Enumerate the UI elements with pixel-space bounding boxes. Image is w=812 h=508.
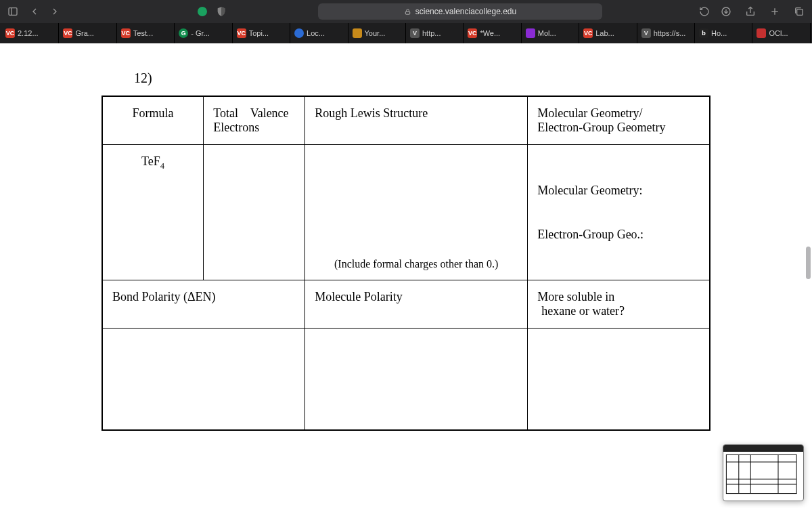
tab-label: Test... <box>133 29 153 37</box>
tab-favicon <box>757 28 766 38</box>
cell-molecule-polarity-blank <box>305 329 528 430</box>
new-tab-icon[interactable] <box>767 4 782 19</box>
cell-solubility-blank <box>528 329 710 430</box>
tab-favicon: VC <box>5 28 15 38</box>
browser-tab[interactable]: bHo... <box>695 23 752 43</box>
tab-favicon: VC <box>63 28 72 38</box>
lewis-note: (Include formal charges other than 0.) <box>315 258 518 270</box>
tab-favicon <box>294 28 304 38</box>
tab-label: Mol... <box>538 29 556 37</box>
header-lewis: Rough Lewis Structure <box>305 96 528 145</box>
grammarly-icon[interactable] <box>198 7 207 16</box>
tab-favicon: VC <box>468 28 477 38</box>
forward-button[interactable] <box>47 4 62 19</box>
molecular-geometry-label: Molecular Geometry: <box>537 184 700 198</box>
tab-favicon: VC <box>237 28 246 38</box>
tab-label: 2.12... <box>18 29 39 37</box>
document-viewport: 12) Formula Total Valence Electrons Roug… <box>0 43 812 508</box>
svg-rect-2 <box>405 12 409 14</box>
back-button[interactable] <box>27 4 42 19</box>
browser-tab[interactable]: VCLab... <box>579 23 637 43</box>
molecule-polarity-label: Molecule Polarity <box>315 290 402 303</box>
browser-tab[interactable]: Your... <box>348 23 406 43</box>
browser-tab[interactable]: OCl... <box>752 23 810 43</box>
browser-tab[interactable]: VC*We... <box>464 23 521 43</box>
formula-main: TeF <box>141 154 160 168</box>
tab-label: Lab... <box>595 29 614 37</box>
browser-tab[interactable]: VCTest... <box>117 23 175 43</box>
header-formula: Formula <box>102 96 204 145</box>
tab-favicon: b <box>699 28 708 38</box>
tab-label: http... <box>422 29 441 37</box>
header-formula-text: Formula <box>133 106 174 120</box>
header-geom-line2: Electron-Group Geometry <box>537 121 700 135</box>
formula-subscript: 4 <box>160 161 164 171</box>
tab-label: Loc... <box>307 29 325 37</box>
tab-label: OCl... <box>769 29 788 37</box>
tab-label: https://s... <box>654 29 686 37</box>
bond-polarity-label: Bond Polarity (ΔEN) <box>112 290 216 303</box>
electron-group-geometry-label: Electron-Group Geo.: <box>537 228 700 242</box>
tab-label: Your... <box>365 29 386 37</box>
tab-favicon: V <box>641 28 651 38</box>
lock-icon <box>404 8 411 16</box>
svg-rect-8 <box>797 9 803 16</box>
cell-solubility-header: More soluble in hexane or water? <box>528 280 710 329</box>
browser-tab[interactable]: Vhttp... <box>406 23 464 43</box>
sidebar-toggle-icon[interactable] <box>5 4 20 19</box>
tab-label: Topi... <box>249 29 269 37</box>
browser-tab[interactable]: Vhttps://s... <box>637 23 695 43</box>
address-bar[interactable]: science.valenciacollege.edu <box>318 3 602 20</box>
tabs-overview-icon[interactable] <box>792 4 807 19</box>
cell-geometry: Molecular Geometry: Electron-Group Geo.: <box>528 145 710 280</box>
page-thumbnail[interactable] <box>723 444 804 501</box>
reload-button[interactable] <box>697 4 712 19</box>
svg-rect-0 <box>9 8 17 16</box>
header-valence: Total Valence Electrons <box>204 96 305 145</box>
worksheet-sheet: 12) Formula Total Valence Electrons Roug… <box>102 70 710 431</box>
cell-lewis: (Include formal charges other than 0.) <box>305 145 528 280</box>
header-geometry: Molecular Geometry/ Electron-Group Geome… <box>528 96 710 145</box>
header-valence-line1: Total Valence <box>213 106 295 121</box>
browser-tab[interactable]: VCTopi... <box>233 23 290 43</box>
cell-bond-polarity-header: Bond Polarity (ΔEN) <box>102 280 305 329</box>
question-number: 12) <box>134 70 710 86</box>
cell-valence-blank <box>204 145 305 280</box>
share-icon[interactable] <box>743 4 758 19</box>
cell-formula: TeF4 <box>102 145 204 280</box>
header-geom-line1: Molecular Geometry/ <box>537 106 700 121</box>
browser-toolbar: science.valenciacollege.edu <box>0 0 812 23</box>
tab-strip: VC2.12...VCGra...VCTest...G- Gr...VCTopi… <box>0 23 812 43</box>
soluble-line2: hexane or water? <box>541 304 700 318</box>
tab-favicon: VC <box>121 28 131 38</box>
tab-label: Ho... <box>711 29 727 37</box>
tab-favicon: V <box>410 28 420 38</box>
browser-tab[interactable]: Loc... <box>290 23 348 43</box>
header-valence-line2: Electrons <box>213 121 295 135</box>
tab-label: *We... <box>480 29 500 37</box>
nav-arrows <box>27 4 62 19</box>
browser-tab[interactable]: VC2.12... <box>1 23 59 43</box>
browser-tab[interactable]: VCGra... <box>59 23 116 43</box>
soluble-line1: More soluble in <box>537 290 700 304</box>
header-lewis-text: Rough Lewis Structure <box>315 106 428 120</box>
tab-favicon <box>526 28 535 38</box>
browser-tab[interactable]: G- Gr... <box>175 23 232 43</box>
tab-favicon: G <box>179 28 188 38</box>
tab-label: Gra... <box>75 29 94 37</box>
cell-molecule-polarity-header: Molecule Polarity <box>305 280 528 329</box>
worksheet-table: Formula Total Valence Electrons Rough Le… <box>102 96 710 431</box>
tab-favicon <box>353 28 362 38</box>
address-text: science.valenciacollege.edu <box>415 7 516 16</box>
downloads-icon[interactable] <box>719 4 734 19</box>
scrollbar-thumb[interactable] <box>806 247 811 279</box>
shield-icon[interactable] <box>214 4 229 19</box>
tab-label: - Gr... <box>191 29 210 37</box>
browser-tab[interactable]: Mol... <box>522 23 579 43</box>
cell-bond-polarity-blank <box>102 329 305 430</box>
tab-favicon: VC <box>583 28 593 38</box>
